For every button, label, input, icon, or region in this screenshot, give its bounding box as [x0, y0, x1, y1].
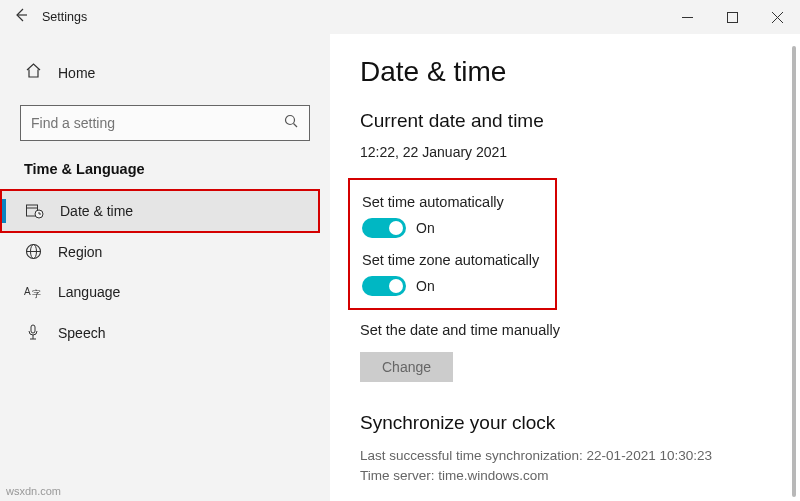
vertical-scrollbar[interactable] [792, 46, 796, 497]
set-time-auto-state: On [416, 220, 435, 236]
sync-server-line: Time server: time.windows.com [360, 466, 770, 486]
sync-heading: Synchronize your clock [360, 412, 770, 434]
svg-text:字: 字 [32, 289, 41, 299]
sidebar-item-date-time[interactable]: Date & time [2, 191, 318, 231]
minimize-button[interactable] [665, 2, 710, 32]
watermark: wsxdn.com [6, 485, 61, 497]
sidebar-item-label: Date & time [60, 203, 133, 219]
back-button[interactable] [0, 7, 42, 27]
svg-line-5 [294, 123, 298, 127]
window-controls [665, 2, 800, 32]
sidebar: Home Time & Language Date & time Region [0, 34, 330, 501]
svg-rect-16 [31, 325, 35, 333]
sidebar-item-label: Speech [58, 325, 105, 341]
arrow-left-icon [13, 7, 29, 23]
maximize-icon [727, 12, 738, 23]
sidebar-item-speech[interactable]: Speech [0, 312, 330, 353]
highlight-settings-annotation: Set time automatically On Set time zone … [348, 178, 557, 310]
svg-rect-1 [728, 12, 738, 22]
page-title: Date & time [360, 56, 770, 88]
minimize-icon [682, 12, 693, 23]
current-datetime-heading: Current date and time [360, 110, 770, 132]
set-zone-auto-state: On [416, 278, 435, 294]
sidebar-item-region[interactable]: Region [0, 231, 330, 272]
sidebar-item-language[interactable]: A字 Language [0, 272, 330, 312]
search-box[interactable] [20, 105, 310, 141]
window-title: Settings [42, 10, 665, 24]
search-icon [284, 114, 299, 133]
microphone-icon [24, 324, 42, 341]
set-time-auto-label: Set time automatically [362, 194, 539, 210]
sidebar-item-label: Language [58, 284, 120, 300]
home-link[interactable]: Home [0, 54, 330, 91]
language-icon: A字 [24, 284, 42, 300]
maximize-button[interactable] [710, 2, 755, 32]
set-zone-auto-label: Set time zone automatically [362, 252, 539, 268]
manual-datetime-label: Set the date and time manually [360, 322, 770, 338]
set-time-auto-toggle[interactable] [362, 218, 406, 238]
search-input[interactable] [31, 115, 284, 131]
close-button[interactable] [755, 2, 800, 32]
home-icon [24, 62, 42, 83]
clock-calendar-icon [26, 203, 44, 219]
sync-last-line: Last successful time synchronization: 22… [360, 446, 770, 466]
category-heading: Time & Language [0, 161, 330, 191]
svg-text:A: A [24, 286, 31, 297]
sidebar-item-label: Region [58, 244, 102, 260]
svg-point-4 [286, 115, 295, 124]
current-datetime-value: 12:22, 22 January 2021 [360, 144, 770, 160]
close-icon [772, 12, 783, 23]
globe-icon [24, 243, 42, 260]
titlebar: Settings [0, 0, 800, 34]
home-label: Home [58, 65, 95, 81]
content-pane: Date & time Current date and time 12:22,… [330, 34, 800, 501]
set-zone-auto-toggle[interactable] [362, 276, 406, 296]
highlight-nav-annotation: Date & time [0, 189, 320, 233]
change-button[interactable]: Change [360, 352, 453, 382]
